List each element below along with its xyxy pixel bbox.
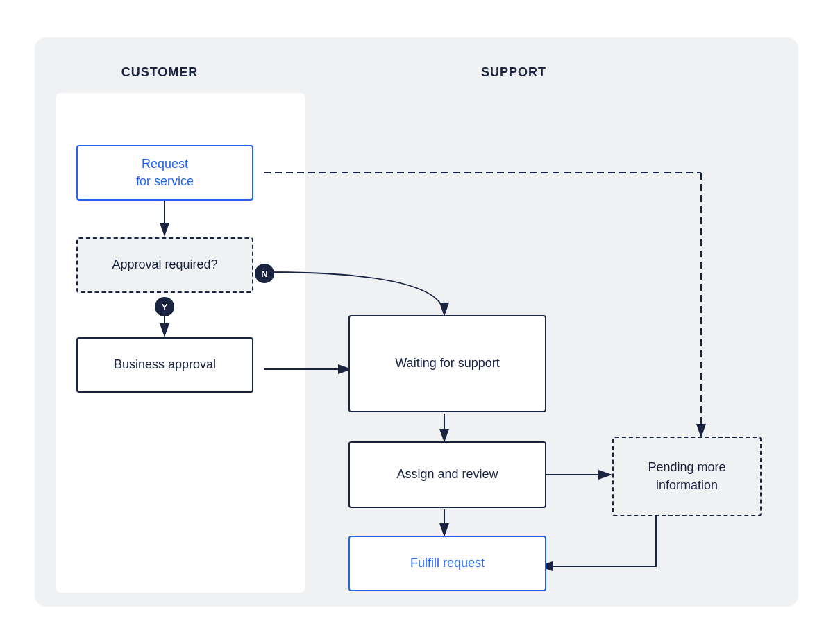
badge-n: N (255, 264, 274, 283)
diagram-container: CUSTOMER SUPPORT (35, 37, 798, 607)
waiting-for-support-label: Waiting for support (395, 355, 499, 372)
business-approval-label: Business approval (114, 356, 216, 373)
pending-info-label: Pending more information (648, 459, 725, 493)
assign-review-box: Assign and review (348, 441, 546, 508)
business-approval-box: Business approval (76, 337, 253, 393)
fulfill-request-label: Fulfill request (410, 554, 485, 572)
approval-required-box: Approval required? (76, 237, 253, 293)
approval-required-label: Approval required? (112, 256, 217, 273)
request-service-label: Request for service (136, 155, 194, 190)
badge-y: Y (155, 297, 174, 316)
pending-info-box: Pending more information (612, 437, 762, 516)
assign-review-label: Assign and review (396, 466, 498, 483)
request-service-box: Request for service (76, 145, 253, 201)
waiting-for-support-box: Waiting for support (348, 315, 546, 412)
fulfill-request-box: Fulfill request (348, 536, 546, 591)
